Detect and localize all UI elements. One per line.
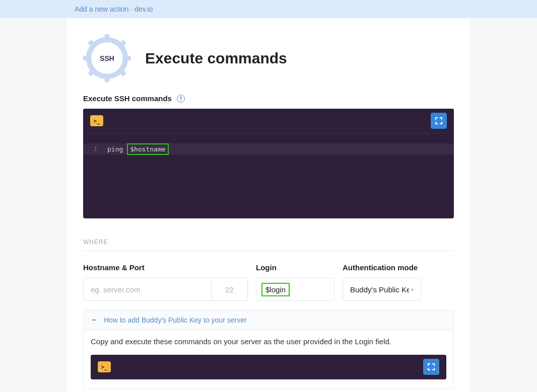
login-group: Login $login [256,263,334,301]
auth-group: Authentication mode Buddy's Public Ke ▾ [343,263,421,301]
accordion-title: How to add Buddy's Public Key to your se… [104,316,247,324]
auth-mode-select[interactable]: Buddy's Public Ke ▾ [343,278,421,301]
svg-rect-3 [124,56,131,61]
hostname-input[interactable] [83,278,212,301]
terminal-icon[interactable]: >_ [90,115,103,126]
port-input[interactable] [212,278,248,301]
login-label: Login [256,263,334,272]
where-form-row: Hostname & Port Login $login Authenticat… [83,263,454,301]
code-text: ping $hostname [102,143,169,155]
breadcrumb-bar: Add a new action · dev.io [0,0,537,18]
where-section-label: WHERE [83,239,454,251]
svg-rect-0 [105,34,110,41]
editor-body[interactable]: 1 ping $hostname [83,133,454,218]
hostname-label: Hostname & Port [83,263,248,272]
breadcrumb[interactable]: Add a new action · dev.io [75,5,153,13]
nested-editor-toolbar: >_ [91,355,446,379]
hostname-group: Hostname & Port [83,263,248,301]
chevron-down-icon: ▾ [411,287,414,292]
login-input[interactable]: $login [256,278,334,301]
hostname-variable: $hostname [127,143,168,155]
accordion-body: Copy and execute these commands on your … [84,330,453,388]
accordion-header[interactable]: − How to add Buddy's Public Key to your … [84,310,453,330]
code-line: 1 ping $hostname [83,143,454,154]
page-title: Execute commands [145,50,287,67]
fullscreen-icon[interactable] [431,113,447,129]
badge-text: SSH [100,54,114,62]
publickey-commands-editor: >_ [91,355,446,379]
page-header: SSH Execute commands [83,18,454,94]
ssh-code-editor: >_ 1 ping $hostname [83,109,454,218]
fullscreen-icon[interactable] [423,359,439,375]
commands-section-label: Execute SSH commands ? [83,94,454,103]
help-icon[interactable]: ? [177,95,185,103]
collapse-icon[interactable]: − [90,316,98,325]
svg-rect-2 [83,56,90,61]
svg-rect-1 [105,75,110,82]
terminal-icon[interactable]: >_ [98,361,111,372]
line-number: 1 [83,145,102,152]
main-card: SSH Execute commands Execute SSH command… [67,18,470,392]
editor-toolbar: >_ [83,109,454,133]
login-variable: $login [261,283,290,296]
ssh-gear-badge: SSH [83,34,131,82]
auth-label: Authentication mode [343,263,421,272]
publickey-help-accordion: − How to add Buddy's Public Key to your … [83,310,454,389]
